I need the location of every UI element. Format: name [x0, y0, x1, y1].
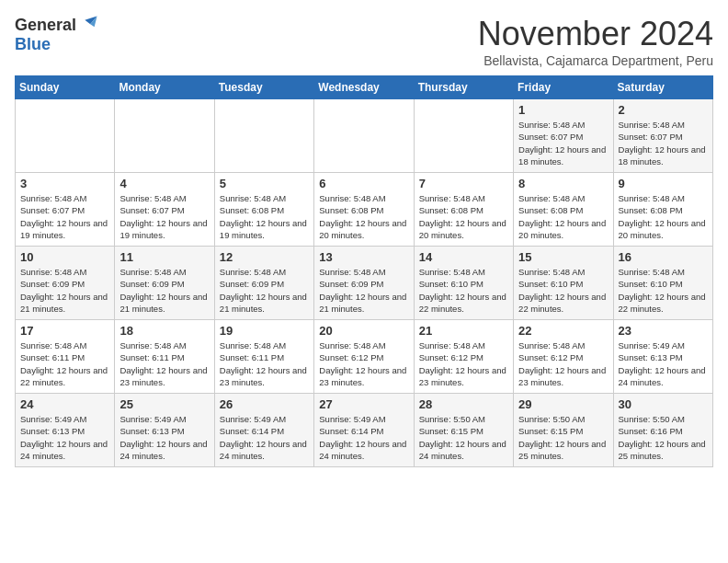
calendar-cell: 5Sunrise: 5:48 AM Sunset: 6:08 PM Daylig… — [214, 173, 313, 247]
day-number: 2 — [619, 103, 708, 117]
col-header-wednesday: Wednesday — [314, 76, 414, 99]
day-info: Sunrise: 5:48 AM Sunset: 6:09 PM Dayligh… — [20, 266, 109, 315]
day-number: 30 — [619, 397, 708, 411]
calendar-cell: 30Sunrise: 5:50 AM Sunset: 6:16 PM Dayli… — [613, 394, 712, 467]
day-info: Sunrise: 5:48 AM Sunset: 6:08 PM Dayligh… — [619, 192, 708, 241]
day-number: 6 — [319, 177, 408, 190]
col-header-tuesday: Tuesday — [214, 76, 313, 99]
month-title: November 2024 — [478, 15, 713, 53]
day-number: 15 — [518, 250, 608, 264]
day-info: Sunrise: 5:48 AM Sunset: 6:08 PM Dayligh… — [419, 192, 508, 241]
calendar-cell: 25Sunrise: 5:49 AM Sunset: 6:13 PM Dayli… — [115, 394, 214, 467]
day-number: 9 — [619, 177, 708, 190]
day-info: Sunrise: 5:48 AM Sunset: 6:07 PM Dayligh… — [619, 119, 708, 167]
col-header-saturday: Saturday — [613, 76, 712, 99]
day-info: Sunrise: 5:48 AM Sunset: 6:09 PM Dayligh… — [119, 266, 209, 315]
logo: General Blue — [15, 15, 98, 54]
day-info: Sunrise: 5:48 AM Sunset: 6:11 PM Dayligh… — [220, 339, 309, 388]
day-info: Sunrise: 5:49 AM Sunset: 6:14 PM Dayligh… — [319, 413, 408, 462]
day-info: Sunrise: 5:50 AM Sunset: 6:15 PM Dayligh… — [419, 413, 508, 462]
day-number: 26 — [220, 397, 309, 411]
day-info: Sunrise: 5:49 AM Sunset: 6:14 PM Dayligh… — [220, 413, 309, 462]
day-number: 29 — [518, 397, 608, 411]
calendar-cell: 6Sunrise: 5:48 AM Sunset: 6:08 PM Daylig… — [314, 173, 414, 247]
calendar-cell — [314, 99, 414, 173]
calendar-cell: 14Sunrise: 5:48 AM Sunset: 6:10 PM Dayli… — [414, 247, 513, 320]
col-header-friday: Friday — [514, 76, 613, 99]
day-number: 3 — [20, 177, 109, 190]
day-number: 22 — [518, 324, 608, 338]
day-number: 21 — [419, 324, 508, 338]
calendar-cell: 7Sunrise: 5:48 AM Sunset: 6:08 PM Daylig… — [414, 173, 513, 247]
calendar-cell: 10Sunrise: 5:48 AM Sunset: 6:09 PM Dayli… — [16, 247, 115, 320]
day-info: Sunrise: 5:48 AM Sunset: 6:09 PM Dayligh… — [319, 266, 408, 315]
day-info: Sunrise: 5:48 AM Sunset: 6:10 PM Dayligh… — [619, 266, 708, 315]
day-number: 18 — [119, 324, 209, 338]
calendar-cell: 23Sunrise: 5:49 AM Sunset: 6:13 PM Dayli… — [613, 320, 712, 394]
day-info: Sunrise: 5:48 AM Sunset: 6:12 PM Dayligh… — [419, 339, 508, 388]
day-number: 10 — [20, 250, 109, 264]
day-info: Sunrise: 5:50 AM Sunset: 6:15 PM Dayligh… — [518, 413, 608, 462]
day-number: 14 — [419, 250, 508, 264]
day-number: 1 — [518, 103, 608, 117]
calendar-cell — [214, 99, 313, 173]
day-number: 5 — [220, 177, 309, 190]
calendar-week-row: 24Sunrise: 5:49 AM Sunset: 6:13 PM Dayli… — [16, 394, 713, 467]
day-info: Sunrise: 5:48 AM Sunset: 6:09 PM Dayligh… — [220, 266, 309, 315]
day-number: 28 — [419, 397, 508, 411]
calendar-cell — [16, 99, 115, 173]
calendar-cell: 19Sunrise: 5:48 AM Sunset: 6:11 PM Dayli… — [214, 320, 313, 394]
day-number: 27 — [319, 397, 408, 411]
day-info: Sunrise: 5:48 AM Sunset: 6:10 PM Dayligh… — [419, 266, 508, 315]
day-number: 20 — [319, 324, 408, 338]
day-info: Sunrise: 5:49 AM Sunset: 6:13 PM Dayligh… — [119, 413, 209, 462]
day-number: 25 — [119, 397, 209, 411]
location-subtitle: Bellavista, Cajamarca Department, Peru — [478, 53, 713, 68]
calendar-cell: 24Sunrise: 5:49 AM Sunset: 6:13 PM Dayli… — [16, 394, 115, 467]
day-info: Sunrise: 5:48 AM Sunset: 6:10 PM Dayligh… — [518, 266, 608, 315]
calendar-cell: 20Sunrise: 5:48 AM Sunset: 6:12 PM Dayli… — [314, 320, 414, 394]
day-number: 7 — [419, 177, 508, 190]
calendar-cell: 15Sunrise: 5:48 AM Sunset: 6:10 PM Dayli… — [514, 247, 613, 320]
day-info: Sunrise: 5:48 AM Sunset: 6:08 PM Dayligh… — [220, 192, 309, 241]
calendar-table: SundayMondayTuesdayWednesdayThursdayFrid… — [15, 75, 713, 467]
page-header: General Blue November 2024 Bellavista, C… — [15, 15, 713, 68]
calendar-cell: 28Sunrise: 5:50 AM Sunset: 6:15 PM Dayli… — [414, 394, 513, 467]
calendar-cell: 4Sunrise: 5:48 AM Sunset: 6:07 PM Daylig… — [115, 173, 214, 247]
calendar-cell — [414, 99, 513, 173]
day-number: 19 — [220, 324, 309, 338]
calendar-cell: 22Sunrise: 5:48 AM Sunset: 6:12 PM Dayli… — [514, 320, 613, 394]
day-info: Sunrise: 5:48 AM Sunset: 6:11 PM Dayligh… — [119, 339, 209, 388]
day-info: Sunrise: 5:48 AM Sunset: 6:08 PM Dayligh… — [319, 192, 408, 241]
calendar-cell: 27Sunrise: 5:49 AM Sunset: 6:14 PM Dayli… — [314, 394, 414, 467]
calendar-cell: 8Sunrise: 5:48 AM Sunset: 6:08 PM Daylig… — [514, 173, 613, 247]
day-info: Sunrise: 5:48 AM Sunset: 6:12 PM Dayligh… — [319, 339, 408, 388]
day-number: 11 — [119, 250, 209, 264]
calendar-cell: 11Sunrise: 5:48 AM Sunset: 6:09 PM Dayli… — [115, 247, 214, 320]
calendar-cell: 26Sunrise: 5:49 AM Sunset: 6:14 PM Dayli… — [214, 394, 313, 467]
calendar-cell: 9Sunrise: 5:48 AM Sunset: 6:08 PM Daylig… — [613, 173, 712, 247]
day-info: Sunrise: 5:49 AM Sunset: 6:13 PM Dayligh… — [619, 339, 708, 388]
col-header-sunday: Sunday — [16, 76, 115, 99]
col-header-monday: Monday — [115, 76, 214, 99]
logo-general-text: General — [15, 16, 76, 35]
day-info: Sunrise: 5:48 AM Sunset: 6:08 PM Dayligh… — [518, 192, 608, 241]
calendar-cell: 12Sunrise: 5:48 AM Sunset: 6:09 PM Dayli… — [214, 247, 313, 320]
title-block: November 2024 Bellavista, Cajamarca Depa… — [478, 15, 713, 68]
calendar-cell: 29Sunrise: 5:50 AM Sunset: 6:15 PM Dayli… — [514, 394, 613, 467]
calendar-week-row: 17Sunrise: 5:48 AM Sunset: 6:11 PM Dayli… — [16, 320, 713, 394]
day-number: 12 — [220, 250, 309, 264]
day-number: 17 — [20, 324, 109, 338]
calendar-cell: 21Sunrise: 5:48 AM Sunset: 6:12 PM Dayli… — [414, 320, 513, 394]
day-number: 4 — [119, 177, 209, 190]
calendar-week-row: 1Sunrise: 5:48 AM Sunset: 6:07 PM Daylig… — [16, 99, 713, 173]
day-info: Sunrise: 5:50 AM Sunset: 6:16 PM Dayligh… — [619, 413, 708, 462]
calendar-cell: 17Sunrise: 5:48 AM Sunset: 6:11 PM Dayli… — [16, 320, 115, 394]
day-number: 13 — [319, 250, 408, 264]
day-info: Sunrise: 5:49 AM Sunset: 6:13 PM Dayligh… — [20, 413, 109, 462]
calendar-week-row: 3Sunrise: 5:48 AM Sunset: 6:07 PM Daylig… — [16, 173, 713, 247]
calendar-cell: 18Sunrise: 5:48 AM Sunset: 6:11 PM Dayli… — [115, 320, 214, 394]
logo-bird-icon — [78, 15, 98, 35]
calendar-cell: 13Sunrise: 5:48 AM Sunset: 6:09 PM Dayli… — [314, 247, 414, 320]
day-number: 16 — [619, 250, 708, 264]
